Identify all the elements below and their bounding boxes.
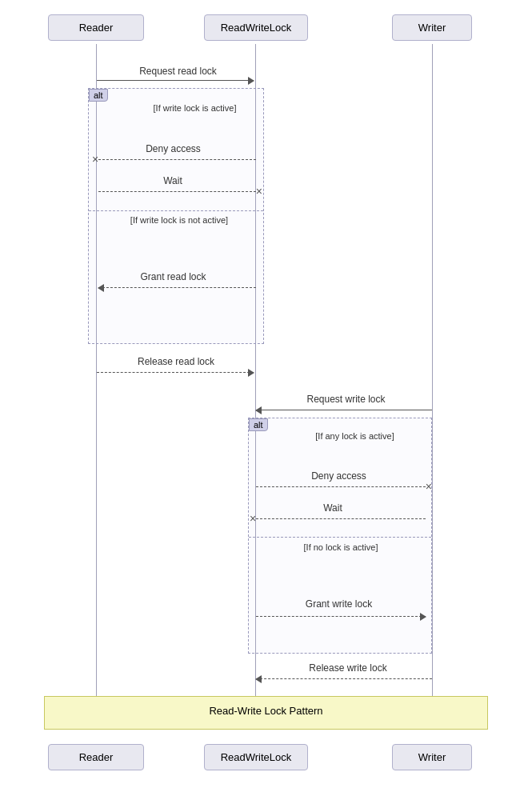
- arrow-grant-write-lock: [256, 616, 426, 617]
- arrow-release-write-lock: [256, 678, 432, 679]
- arrow-grant-read-lock: [98, 287, 256, 288]
- alt-cond3: [If any lock is active]: [281, 431, 429, 441]
- arrow-deny-access-1: [98, 159, 256, 160]
- label-grant-write-lock: Grant write lock: [261, 598, 417, 610]
- arrow-release-read-lock: [97, 372, 254, 373]
- actor-rwlock-bottom: ReadWriteLock: [204, 744, 308, 770]
- label-release-write-lock: Release write lock: [264, 662, 432, 674]
- alt-frame-2: alt [If any lock is active] Deny access …: [248, 418, 432, 654]
- arrow-wait-1: [98, 191, 256, 192]
- alt-tag-1: alt: [89, 89, 108, 102]
- alt-divider-1: [89, 210, 263, 211]
- actor-reader-bottom: Reader: [48, 744, 144, 770]
- alt-cond2: [If write lock is not active]: [103, 215, 255, 225]
- label-request-read-lock: Request read lock: [104, 66, 252, 77]
- arrow-wait-2: [256, 518, 426, 519]
- label-wait-2: Wait: [293, 502, 373, 514]
- lifeline-writer: [432, 44, 433, 728]
- alt-divider-2: [249, 537, 431, 538]
- label-deny-access-2: Deny access: [261, 470, 417, 482]
- alt-frame-1: alt [If write lock is active] Deny acces…: [88, 88, 264, 344]
- actor-rwlock-top: ReadWriteLock: [204, 14, 308, 41]
- sequence-diagram: Reader ReadWriteLock Writer Request read…: [0, 0, 532, 812]
- actor-writer-top: Writer: [392, 14, 472, 41]
- label-wait-1: Wait: [133, 175, 213, 186]
- alt-cond1: [If write lock is active]: [133, 103, 257, 113]
- alt-tag-2: alt: [249, 418, 268, 431]
- actor-writer-bottom: Writer: [392, 744, 472, 770]
- label-release-read-lock: Release read lock: [100, 356, 252, 367]
- alt-cond4: [If no lock is active]: [261, 542, 421, 552]
- footer-label: Read-Write Lock Pattern: [44, 696, 488, 730]
- arrow-request-write-lock: [256, 410, 432, 410]
- label-request-write-lock: Request write lock: [264, 394, 428, 405]
- arrow-deny-access-2: [256, 486, 426, 487]
- label-grant-read-lock: Grant read lock: [103, 271, 243, 282]
- label-deny-access-1: Deny access: [103, 143, 243, 154]
- actor-reader-top: Reader: [48, 14, 144, 41]
- arrow-request-read-lock: [97, 80, 254, 81]
